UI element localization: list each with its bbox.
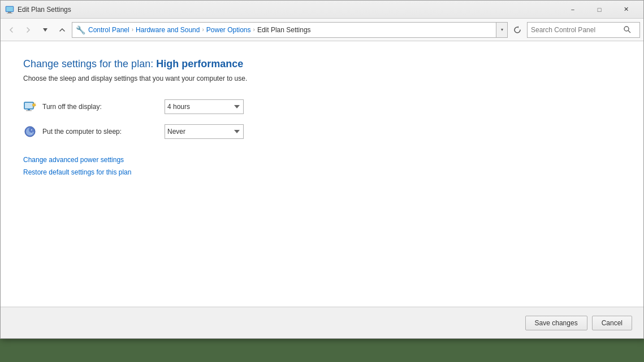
svg-line-5 bbox=[628, 30, 630, 33]
breadcrumb-current: Edit Plan Settings bbox=[257, 26, 311, 34]
sleep-label: Put the computer to sleep: bbox=[42, 128, 155, 136]
sleep-setting-row: Put the computer to sleep: 1 minute 2 mi… bbox=[23, 124, 621, 139]
breadcrumb-hardware-sound[interactable]: Hardware and Sound bbox=[136, 26, 200, 34]
search-box bbox=[527, 22, 640, 38]
save-button[interactable]: Save changes bbox=[525, 316, 587, 330]
main-content: Change settings for the plan: High perfo… bbox=[1, 41, 643, 307]
advanced-power-link[interactable]: Change advanced power settings bbox=[23, 156, 621, 164]
main-window: Edit Plan Settings − □ ✕ 🔧 Control Panel… bbox=[0, 0, 644, 339]
breadcrumb-power-options[interactable]: Power Options bbox=[206, 26, 251, 34]
addressbar: 🔧 Control Panel › Hardware and Sound › P… bbox=[1, 19, 643, 41]
forward-button[interactable] bbox=[21, 23, 36, 37]
svg-rect-3 bbox=[7, 13, 12, 14]
dropdown-recent-button[interactable] bbox=[38, 23, 53, 37]
cancel-button[interactable]: Cancel bbox=[592, 316, 632, 330]
breadcrumb-dropdown-button[interactable]: ▾ bbox=[496, 22, 508, 38]
window-controls: − □ ✕ bbox=[560, 1, 639, 18]
back-button[interactable] bbox=[4, 23, 19, 37]
svg-rect-8 bbox=[28, 109, 30, 110]
page-title: Change settings for the plan: High perfo… bbox=[23, 58, 621, 70]
search-button[interactable] bbox=[621, 24, 633, 36]
svg-rect-2 bbox=[8, 12, 11, 13]
close-button[interactable]: ✕ bbox=[613, 1, 639, 18]
search-input[interactable] bbox=[531, 26, 621, 34]
svg-rect-1 bbox=[6, 7, 13, 11]
page-subtitle: Choose the sleep and display settings th… bbox=[23, 75, 621, 82]
maximize-button[interactable]: □ bbox=[586, 1, 612, 18]
svg-rect-7 bbox=[25, 103, 33, 108]
bottombar: Save changes Cancel bbox=[1, 307, 643, 338]
svg-point-17 bbox=[32, 132, 33, 132]
sleep-icon bbox=[23, 125, 37, 138]
breadcrumb-control-panel[interactable]: Control Panel bbox=[88, 26, 129, 34]
plan-name: High performance bbox=[156, 58, 243, 69]
refresh-button[interactable] bbox=[510, 23, 525, 37]
svg-rect-9 bbox=[26, 110, 32, 111]
window-title: Edit Plan Settings bbox=[18, 6, 560, 14]
display-label: Turn off the display: bbox=[42, 103, 155, 111]
display-icon bbox=[23, 100, 37, 114]
up-button[interactable] bbox=[55, 23, 70, 37]
display-setting-row: Turn off the display: 1 minute 2 minutes… bbox=[23, 99, 621, 114]
sleep-select[interactable]: 1 minute 2 minutes 3 minutes 5 minutes 1… bbox=[165, 124, 244, 139]
svg-point-4 bbox=[624, 27, 629, 31]
links-section: Change advanced power settings Restore d… bbox=[23, 156, 621, 176]
titlebar: Edit Plan Settings − □ ✕ bbox=[1, 1, 643, 19]
svg-point-10 bbox=[33, 104, 36, 107]
window-icon bbox=[5, 5, 14, 14]
page-title-prefix: Change settings for the plan: bbox=[23, 58, 156, 69]
minimize-button[interactable]: − bbox=[560, 1, 586, 18]
svg-point-18 bbox=[31, 133, 32, 134]
svg-point-16 bbox=[31, 129, 32, 130]
restore-default-link[interactable]: Restore default settings for this plan bbox=[23, 168, 621, 176]
display-select[interactable]: 1 minute 2 minutes 3 minutes 5 minutes 1… bbox=[165, 99, 244, 114]
svg-line-14 bbox=[35, 103, 36, 104]
breadcrumb-bar: 🔧 Control Panel › Hardware and Sound › P… bbox=[72, 22, 496, 38]
